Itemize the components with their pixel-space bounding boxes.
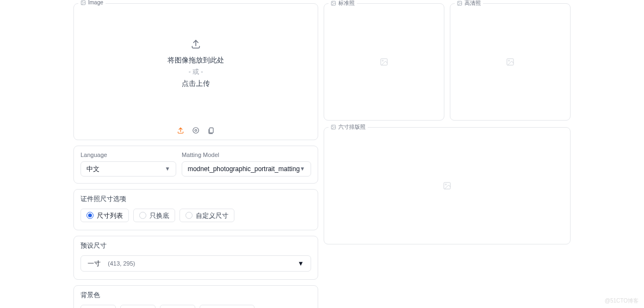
svg-point-1 xyxy=(82,1,83,2)
image-icon xyxy=(457,1,462,6)
upload-action-icon[interactable] xyxy=(177,127,184,134)
image-actions xyxy=(74,123,318,140)
watermark: @51CTO博客 xyxy=(605,297,639,305)
bg-color-radio-custom[interactable]: 自定义底色 xyxy=(200,305,255,308)
chevron-down-icon: ▼ xyxy=(165,161,170,177)
radio-label: 只换底 xyxy=(150,212,169,219)
preset-size-title: 预设尺寸 xyxy=(81,242,311,250)
camera-action-icon[interactable] xyxy=(192,127,200,134)
output-layout-label-text: 六寸排版照 xyxy=(338,123,366,131)
svg-point-10 xyxy=(382,60,383,61)
matting-select[interactable]: modnet_photographic_portrait_matting ▼ xyxy=(182,161,311,177)
svg-point-18 xyxy=(445,184,447,185)
svg-point-4 xyxy=(193,128,199,134)
size-option-panel: 证件照尺寸选项 尺寸列表 只换底 自定义尺寸 xyxy=(73,189,318,230)
image-icon xyxy=(331,1,336,6)
matting-field: Matting Model modnet_photographic_portra… xyxy=(182,152,311,177)
size-option-title: 证件照尺寸选项 xyxy=(81,195,311,203)
image-panel-label-text: Image xyxy=(88,0,103,5)
matting-select-value: modnet_photographic_portrait_matting xyxy=(188,161,300,177)
image-upload-panel: Image 将图像拖放到此处 - 或 - 点击上传 xyxy=(73,3,318,140)
output-standard-label-text: 标准照 xyxy=(338,0,355,7)
preset-size-panel: 预设尺寸 一寸 (413, 295) ▼ xyxy=(73,236,318,280)
language-select[interactable]: 中文 ▼ xyxy=(81,161,176,177)
preset-size-sub: (413, 295) xyxy=(108,260,135,267)
clipboard-action-icon[interactable] xyxy=(207,127,215,134)
image-placeholder-icon xyxy=(443,181,451,190)
image-drop-area[interactable]: 将图像拖放到此处 - 或 - 点击上传 xyxy=(74,4,318,123)
bg-color-title: 背景色 xyxy=(81,291,311,299)
output-row-top: 标准照 高清照 xyxy=(324,3,571,121)
svg-point-12 xyxy=(459,2,459,3)
bg-color-radio-red[interactable]: 红色 xyxy=(160,305,195,308)
output-hd-label: 高清照 xyxy=(455,0,483,7)
image-placeholder-icon xyxy=(380,58,388,66)
click-upload-text: 点击上传 xyxy=(182,79,210,89)
size-option-radio-list[interactable]: 尺寸列表 xyxy=(81,209,129,222)
svg-rect-6 xyxy=(209,128,213,133)
left-column: Image 将图像拖放到此处 - 或 - 点击上传 xyxy=(73,3,318,308)
radio-label: 尺寸列表 xyxy=(97,212,123,219)
or-text: - 或 - xyxy=(189,67,203,77)
output-standard-label: 标准照 xyxy=(329,0,357,7)
bg-color-panel: 背景色 蓝色 白色 红色 自定义底色 xyxy=(73,285,318,308)
output-hd-panel: 高清照 xyxy=(450,3,571,121)
chevron-down-icon: ▼ xyxy=(298,255,304,272)
drop-text: 将图像拖放到此处 xyxy=(168,55,224,65)
bg-color-radio-row: 蓝色 白色 红色 自定义底色 xyxy=(81,305,311,308)
bg-color-radio-white[interactable]: 白色 xyxy=(120,305,156,308)
output-layout-label: 六寸排版照 xyxy=(329,123,368,131)
image-icon xyxy=(331,124,336,130)
preset-size-value: 一寸 xyxy=(88,260,101,267)
size-option-radio-bgonly[interactable]: 只换底 xyxy=(133,209,175,222)
app-root: Image 将图像拖放到此处 - 或 - 点击上传 xyxy=(0,0,644,308)
image-placeholder-icon xyxy=(506,58,515,66)
language-field: Language 中文 ▼ xyxy=(81,152,176,177)
bg-color-radio-blue[interactable]: 蓝色 xyxy=(81,305,116,308)
svg-point-16 xyxy=(332,126,333,127)
output-layout-panel: 六寸排版照 xyxy=(324,127,571,244)
image-panel-label: Image xyxy=(78,0,106,5)
lang-model-panel: Language 中文 ▼ Matting Model modnet_photo… xyxy=(73,146,318,184)
size-option-radio-custom[interactable]: 自定义尺寸 xyxy=(179,209,234,222)
svg-point-8 xyxy=(332,2,333,3)
image-icon xyxy=(81,0,86,5)
output-hd-label-text: 高清照 xyxy=(465,0,481,7)
output-standard-panel: 标准照 xyxy=(324,3,444,121)
upload-icon xyxy=(190,39,201,51)
svg-point-14 xyxy=(509,60,510,61)
preset-size-select[interactable]: 一寸 (413, 295) ▼ xyxy=(81,255,311,272)
radio-label: 自定义尺寸 xyxy=(196,212,228,219)
svg-point-5 xyxy=(195,129,197,131)
size-option-radio-row: 尺寸列表 只换底 自定义尺寸 xyxy=(81,209,311,222)
language-select-value: 中文 xyxy=(86,161,100,177)
language-label: Language xyxy=(81,152,176,158)
right-column: 标准照 高清照 xyxy=(324,3,571,308)
chevron-down-icon: ▼ xyxy=(300,161,305,177)
matting-label: Matting Model xyxy=(182,152,311,158)
